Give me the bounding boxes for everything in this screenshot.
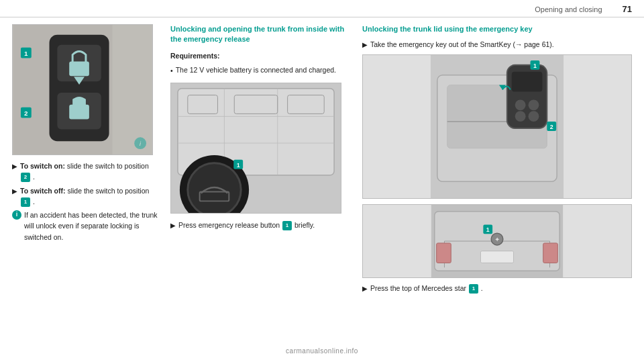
mid-caption-text: Press emergency release button 1 briefly… [178, 220, 315, 230]
right-caption-text: Press the top of Mercedes star 1 . [370, 283, 483, 294]
bullet-icon: • [170, 66, 173, 76]
switch-on-text: To switch on: slide the switch to positi… [20, 161, 160, 183]
switch-illustration-svg: 1 2 i [13, 25, 152, 154]
right-instruction: ▶ Take the emergency key out of the Smar… [362, 40, 632, 50]
svg-point-35 [529, 99, 539, 110]
info-circle-icon: i [12, 210, 21, 220]
svg-point-36 [515, 111, 526, 122]
car-front-illustration-box: ✦ 1 [362, 204, 632, 278]
svg-rect-33 [512, 72, 543, 92]
car-key-illustration-box: 1 2 [362, 54, 632, 199]
middle-column: Unlocking and opening the trunk from ins… [170, 24, 352, 347]
badge-pos-2: 2 [21, 173, 30, 182]
svg-text:2: 2 [550, 124, 553, 130]
svg-text:1: 1 [237, 162, 240, 169]
svg-point-24 [188, 163, 241, 214]
svg-text:1: 1 [486, 226, 490, 233]
page-number: 71 [623, 4, 632, 14]
switch-off-text: To switch off: slide the switch to posit… [20, 185, 160, 208]
main-content: 1 2 i ▶ To switch on: slide the switch t… [0, 17, 644, 354]
arrow-icon-1: ▶ [12, 161, 17, 172]
svg-rect-13 [113, 25, 152, 154]
arrow-icon-right: ▶ [362, 40, 368, 50]
right-caption: ▶ Press the top of Mercedes star 1 . [362, 283, 632, 294]
arrow-icon-2: ▶ [12, 186, 17, 197]
car-front-svg: ✦ 1 [363, 205, 631, 277]
svg-rect-50 [480, 251, 513, 263]
mid-section-title: Unlocking and opening the trunk from ins… [170, 24, 352, 45]
svg-text:2: 2 [24, 109, 28, 117]
trunk-illustration-box: 1 [170, 83, 341, 214]
footer-watermark-bar: carmanualsonline.info [0, 343, 644, 358]
car-key-svg: 1 2 [363, 55, 631, 198]
mid-caption: ▶ Press emergency release button 1 brief… [170, 220, 352, 231]
svg-text:✦: ✦ [494, 236, 500, 243]
switch-illustration-box: 1 2 i [12, 24, 153, 155]
instruction-switch-off: ▶ To switch off: slide the switch to pos… [12, 185, 160, 208]
instruction-switch-on: ▶ To switch on: slide the switch to posi… [12, 161, 160, 183]
requirements-label: Requirements: [170, 52, 352, 60]
svg-point-34 [515, 99, 526, 110]
arrow-icon-right2: ▶ [362, 284, 368, 294]
info-accident-note: i If an accident has been detected, the … [12, 210, 160, 242]
trunk-svg: 1 [171, 83, 341, 214]
right-column: Unlocking the trunk lid using the emerge… [362, 24, 632, 347]
svg-point-37 [529, 111, 539, 122]
badge-btn-caption: 1 [282, 221, 292, 230]
watermark-text: carmanualsonline.info [286, 347, 358, 355]
left-column: 1 2 i ▶ To switch on: slide the switch t… [12, 24, 160, 347]
requirement-text: The 12 V vehicle battery is connected an… [176, 65, 336, 75]
svg-rect-5 [69, 105, 89, 120]
arrow-icon-mid: ▶ [170, 221, 176, 231]
right-section-title: Unlocking the trunk lid using the emerge… [362, 24, 632, 34]
svg-text:1: 1 [533, 62, 537, 69]
badge-pos-1: 1 [21, 197, 30, 207]
requirement-item: • The 12 V vehicle battery is connected … [170, 65, 352, 76]
left-instructions: ▶ To switch on: slide the switch to posi… [12, 161, 160, 242]
svg-rect-3 [69, 61, 89, 76]
chapter-title: Opening and closing [12, 5, 623, 13]
badge-star-1: 1 [469, 284, 478, 294]
svg-text:1: 1 [24, 50, 28, 57]
svg-rect-48 [437, 243, 451, 263]
right-instruction-text: Take the emergency key out of the SmartK… [370, 40, 554, 50]
info-text: If an accident has been detected, the tr… [24, 210, 160, 242]
svg-rect-49 [543, 243, 558, 263]
page-header: Opening and closing 71 [0, 0, 644, 17]
